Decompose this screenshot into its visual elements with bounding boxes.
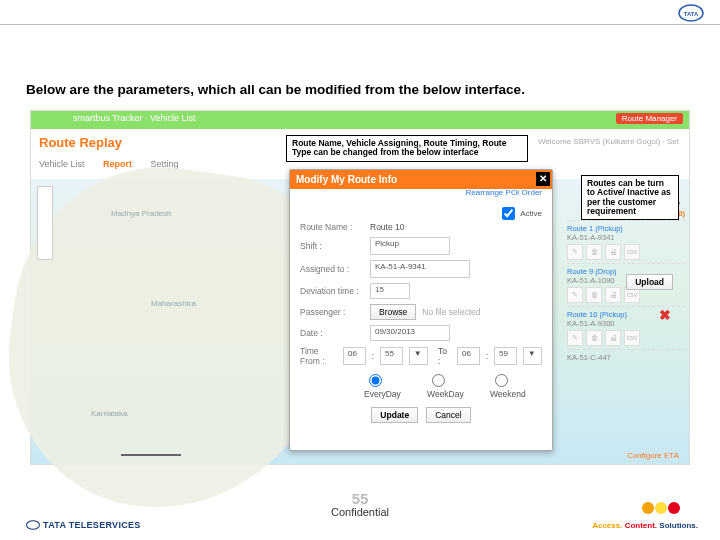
page-heading: Below are the parameters, which all can … xyxy=(26,82,525,97)
svg-point-2 xyxy=(27,521,40,530)
update-button[interactable]: Update xyxy=(371,407,418,423)
edit-icon[interactable]: ✎ xyxy=(567,244,583,260)
print-icon[interactable]: 🖨 xyxy=(605,244,621,260)
date-input[interactable]: 09/30/2013 xyxy=(370,325,450,341)
repeat-weekday[interactable] xyxy=(432,374,445,387)
repeat-weekend[interactable] xyxy=(495,374,508,387)
app-screenshot: smartbus Tracker · Vehicle List Route Ma… xyxy=(30,110,690,465)
close-icon[interactable]: ✕ xyxy=(536,172,550,186)
repeat-everyday[interactable] xyxy=(369,374,382,387)
shift-select[interactable]: Pickup xyxy=(370,237,450,255)
tata-teleservices-logo: TATA TELESERVICES xyxy=(26,520,141,530)
route-manager-badge[interactable]: Route Manager xyxy=(616,113,683,124)
upload-button[interactable]: Upload xyxy=(626,274,673,290)
time-from-p[interactable]: ▼ xyxy=(409,347,428,365)
assigned-select[interactable]: KA-51-A-9341 xyxy=(370,260,470,278)
annotation-right: Routes can be turn to Active/ Inactive a… xyxy=(581,175,679,220)
cancel-button[interactable]: Cancel xyxy=(426,407,470,423)
tab-report[interactable]: Report xyxy=(103,159,132,169)
delete-icon[interactable]: ✖ xyxy=(659,307,671,323)
browse-button[interactable]: Browse xyxy=(370,304,416,320)
page-title: Route Replay xyxy=(39,135,122,150)
modal-title: Modify My Route Info xyxy=(296,174,397,185)
time-from-m[interactable]: 55 xyxy=(380,347,403,365)
time-to-m[interactable]: 59 xyxy=(494,347,517,365)
time-from-h[interactable]: 06 xyxy=(343,347,366,365)
map-scale xyxy=(121,454,181,456)
docomo-logo xyxy=(642,502,680,514)
modify-route-modal: Modify My Route Info ✕ Rearrange POI Ord… xyxy=(289,169,553,451)
svg-text:TATA: TATA xyxy=(684,11,699,17)
time-to-h[interactable]: 06 xyxy=(457,347,480,365)
configure-eta-link[interactable]: Configure ETA xyxy=(627,451,679,460)
brand-left: smartbus Tracker · Vehicle List xyxy=(73,113,196,123)
acs-tagline: Access. Content. Solutions. xyxy=(592,521,698,530)
time-to-p[interactable]: ▼ xyxy=(523,347,542,365)
csv-icon[interactable]: csv xyxy=(624,244,640,260)
tab-vehicle-list[interactable]: Vehicle List xyxy=(39,159,85,169)
annotation-top: Route Name, Vehicle Assigning, Route Tim… xyxy=(286,135,528,162)
route-name-value: Route 10 xyxy=(370,222,405,232)
page-number: 55 xyxy=(0,490,720,507)
welcome-text: Welcome SBRVS (Kulkarni Gogoi) · Set xyxy=(538,137,679,146)
zoom-control[interactable] xyxy=(37,186,53,260)
delete-icon[interactable]: 🗑 xyxy=(586,244,602,260)
tata-logo: TATA xyxy=(678,4,704,22)
active-checkbox[interactable] xyxy=(502,207,515,220)
rearrange-poi-link[interactable]: Rearrange POI Order xyxy=(466,188,542,197)
deviation-input[interactable]: 15 xyxy=(370,283,410,299)
confidential-label: Confidential xyxy=(0,506,720,518)
